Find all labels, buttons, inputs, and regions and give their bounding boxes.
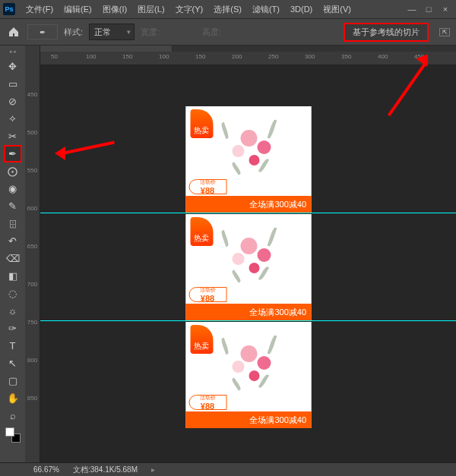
menubar: Ps 文件(F) 编辑(E) 图像(I) 图层(L) 文字(Y) 选择(S) 滤… bbox=[0, 0, 456, 18]
crop-tool[interactable]: ✂ bbox=[4, 128, 22, 145]
marquee-tool[interactable]: ▭ bbox=[4, 75, 22, 93]
window-close[interactable]: × bbox=[441, 5, 450, 14]
options-bar: ✒ 样式: 正常 宽度: 高度: 基于参考线的切片 ⇱ bbox=[0, 18, 456, 46]
hot-badge: 热卖 bbox=[190, 217, 213, 246]
price-tag: 活动价 bbox=[200, 178, 216, 186]
panel-grip-icon[interactable]: ▸◂ bbox=[10, 49, 16, 55]
price-bar: 活动价 ¥88 bbox=[185, 285, 311, 304]
chevron-right-icon[interactable]: ▸ bbox=[151, 465, 155, 474]
brush-tool[interactable]: ✎ bbox=[4, 197, 22, 215]
lasso-tool[interactable]: ⊘ bbox=[4, 93, 22, 110]
style-value: 正常 bbox=[94, 27, 111, 38]
width-label: 宽度: bbox=[141, 27, 160, 38]
foreground-background-colors[interactable] bbox=[5, 427, 21, 443]
shape-tool[interactable]: ▢ bbox=[4, 372, 22, 389]
menu-layer[interactable]: 图层(L) bbox=[133, 2, 169, 17]
slice-tool[interactable]: ✒ bbox=[4, 145, 22, 162]
hot-badge: 热卖 bbox=[190, 109, 213, 138]
menu-view[interactable]: 视图(V) bbox=[318, 2, 356, 17]
zoom-tool[interactable]: ⌕ bbox=[4, 407, 22, 424]
blur-tool[interactable]: ◌ bbox=[4, 285, 22, 302]
slice-region[interactable]: 03 热卖 活动价 ¥88 全场满300减40 bbox=[185, 322, 311, 428]
window-maximize[interactable]: □ bbox=[424, 5, 433, 14]
canvas[interactable]: 50 100 150 100 150 200 250 300 350 400 4… bbox=[40, 65, 456, 462]
price-value: ¥88 bbox=[201, 294, 214, 303]
menu-edit[interactable]: 编辑(E) bbox=[59, 2, 97, 17]
type-tool[interactable]: T bbox=[4, 337, 22, 355]
hand-tool[interactable]: ✋ bbox=[4, 389, 22, 407]
menu-select[interactable]: 选择(S) bbox=[209, 2, 246, 17]
price-value: ¥88 bbox=[201, 402, 214, 411]
zoom-level[interactable]: 66.67% bbox=[33, 465, 59, 474]
menu-type[interactable]: 文字(Y) bbox=[171, 2, 208, 17]
promo-bar: 全场满300减40 bbox=[185, 411, 311, 428]
guide-line[interactable] bbox=[40, 320, 456, 321]
tool-preset[interactable]: ✒ bbox=[27, 24, 58, 39]
price-tag: 活动价 bbox=[200, 394, 216, 402]
dodge-tool[interactable]: ☼ bbox=[4, 302, 22, 320]
eraser-tool[interactable]: ⌫ bbox=[4, 250, 22, 267]
hot-badge: 热卖 bbox=[190, 325, 213, 354]
spot-heal-tool[interactable]: ◉ bbox=[4, 180, 22, 197]
promo-bar: 全场满300减40 bbox=[185, 196, 311, 213]
move-tool[interactable]: ✥ bbox=[4, 58, 22, 75]
stamp-tool[interactable]: ⌹ bbox=[4, 215, 22, 232]
promo-bar: 全场满300减40 bbox=[185, 304, 311, 320]
tools-panel: ▸◂ ✥ ▭ ⊘ ✧ ✂ ✒ ⨀ ◉ ✎ ⌹ ↶ ⌫ ◧ ◌ ☼ ✑ T ↖ ▢… bbox=[0, 46, 25, 462]
path-select-tool[interactable]: ↖ bbox=[4, 355, 22, 372]
window-minimize[interactable]: — bbox=[407, 5, 416, 14]
home-icon[interactable] bbox=[6, 24, 21, 39]
wand-tool[interactable]: ✧ bbox=[4, 110, 22, 128]
vertical-ruler: 450 500 550 600 650 700 750 800 850 bbox=[25, 46, 40, 462]
menu-filter[interactable]: 滤镜(T) bbox=[248, 2, 284, 17]
price-value: ¥88 bbox=[201, 186, 214, 195]
eyedropper-tool[interactable]: ⨀ bbox=[4, 162, 22, 180]
slice-region[interactable]: 01 热卖 活动价 ¥88 全场满300减40 bbox=[185, 106, 311, 213]
style-label: 样式: bbox=[64, 27, 83, 38]
app-logo: Ps bbox=[3, 3, 15, 15]
document-info[interactable]: 文档:384.1K/5.68M bbox=[73, 465, 138, 475]
gradient-tool[interactable]: ◧ bbox=[4, 267, 22, 285]
slice-from-guides-button[interactable]: 基于参考线的切片 bbox=[344, 23, 429, 42]
pen-tool[interactable]: ✑ bbox=[4, 320, 22, 337]
height-label: 高度: bbox=[202, 27, 221, 38]
price-bar: 活动价 ¥88 bbox=[185, 178, 311, 196]
slice-region[interactable]: 02 热卖 活动价 ¥88 全场满300减40 bbox=[185, 214, 311, 320]
menu-file[interactable]: 文件(F) bbox=[21, 2, 58, 17]
menu-image[interactable]: 图像(I) bbox=[98, 2, 131, 17]
price-bar: 活动价 ¥88 bbox=[185, 393, 311, 411]
style-select[interactable]: 正常 bbox=[89, 24, 135, 40]
window-controls: — □ × bbox=[407, 5, 456, 14]
status-bar: 66.67% 文档:384.1K/5.68M ▸ bbox=[0, 462, 456, 476]
foreground-swatch[interactable] bbox=[5, 427, 14, 437]
menu-3d[interactable]: 3D(D) bbox=[286, 3, 317, 15]
price-tag: 活动价 bbox=[200, 286, 216, 294]
expand-icon[interactable]: ⇱ bbox=[439, 28, 450, 36]
horizontal-ruler: 50 100 150 100 150 200 250 300 350 400 4… bbox=[40, 52, 456, 65]
history-brush-tool[interactable]: ↶ bbox=[4, 232, 22, 250]
guide-line[interactable] bbox=[40, 213, 456, 213]
